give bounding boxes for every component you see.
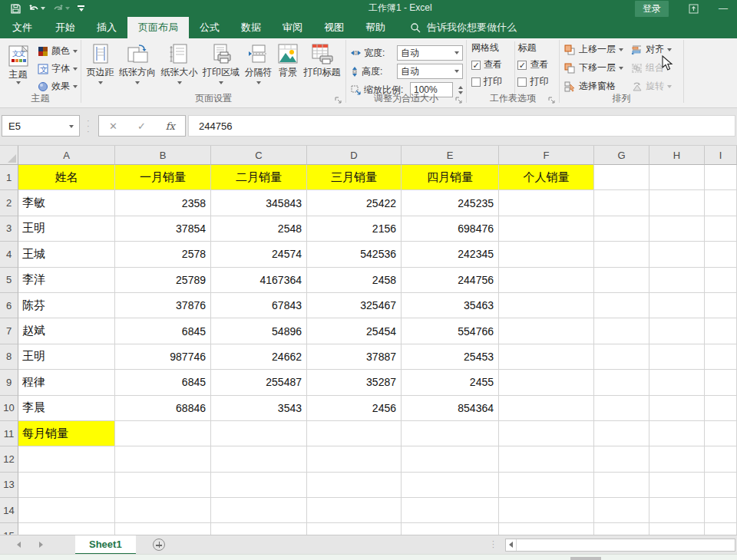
cell-I13[interactable] [705, 473, 737, 498]
gridlines-print-checkbox[interactable]: 打印 [471, 75, 511, 88]
tab-help[interactable]: 帮助 [355, 17, 396, 38]
cell-F8[interactable] [499, 344, 594, 370]
cell-E11[interactable] [402, 421, 499, 446]
bring-forward-button[interactable]: 上移一层 [563, 41, 625, 58]
width-dropdown[interactable]: 自动 [397, 45, 463, 61]
cell-F6[interactable] [499, 293, 594, 318]
cell-H13[interactable] [649, 473, 705, 498]
row-header-15[interactable]: 15 [0, 523, 18, 535]
minimize-icon[interactable]: — [719, 3, 728, 14]
cell-F12[interactable] [499, 446, 594, 472]
col-header-H[interactable]: H [649, 146, 705, 165]
next-sheet-icon[interactable] [39, 542, 43, 548]
cell-A1[interactable]: 姓名 [18, 165, 115, 190]
insert-function-icon[interactable]: fx [166, 120, 175, 132]
cell-A7[interactable]: 赵斌 [18, 318, 115, 344]
cell-D13[interactable] [307, 473, 402, 498]
cell-H15[interactable] [649, 523, 705, 535]
col-header-B[interactable]: B [115, 146, 211, 165]
cell-C6[interactable]: 67843 [211, 293, 307, 318]
cell-B13[interactable] [115, 473, 211, 498]
cell-D15[interactable] [307, 523, 402, 535]
cell-H11[interactable] [649, 421, 705, 446]
cell-F13[interactable] [499, 473, 594, 498]
cell-B8[interactable]: 987746 [115, 344, 211, 370]
col-header-D[interactable]: D [307, 146, 402, 165]
tab-data[interactable]: 数据 [230, 17, 272, 38]
cell-D12[interactable] [307, 446, 402, 472]
page-setup-dialog-launcher[interactable] [335, 97, 342, 104]
tab-insert[interactable]: 插入 [86, 17, 127, 38]
cell-I7[interactable] [705, 318, 737, 344]
tab-home[interactable]: 开始 [45, 17, 86, 38]
cell-E12[interactable] [402, 446, 499, 472]
cell-E7[interactable]: 554766 [402, 318, 499, 344]
cell-H9[interactable] [649, 370, 705, 395]
cell-I14[interactable] [705, 498, 737, 523]
row-header-5[interactable]: 5 [0, 268, 18, 293]
cell-B14[interactable] [115, 498, 211, 523]
cell-H7[interactable] [649, 318, 705, 344]
cell-G8[interactable] [594, 344, 649, 370]
cell-E10[interactable]: 854364 [402, 396, 499, 421]
cell-C12[interactable] [211, 446, 307, 472]
cell-B12[interactable] [115, 446, 211, 472]
row-header-10[interactable]: 10 [0, 396, 18, 421]
cell-G9[interactable] [594, 370, 649, 395]
cell-B2[interactable]: 2358 [115, 190, 211, 216]
name-box[interactable]: E5 [2, 115, 80, 137]
cell-A14[interactable] [18, 498, 115, 523]
cell-B1[interactable]: 一月销量 [115, 165, 211, 190]
tab-review[interactable]: 审阅 [272, 17, 313, 38]
tab-page-layout[interactable]: 页面布局 [127, 17, 189, 38]
cell-E9[interactable]: 2455 [402, 370, 499, 395]
row-header-8[interactable]: 8 [0, 344, 18, 370]
height-dropdown[interactable]: 自动 [397, 64, 463, 79]
cell-I2[interactable] [705, 190, 737, 216]
cell-D3[interactable]: 2156 [307, 216, 402, 242]
cell-F1[interactable]: 个人销量 [499, 165, 594, 190]
cell-E6[interactable]: 35463 [402, 293, 499, 318]
cell-E14[interactable] [402, 498, 499, 523]
cancel-icon[interactable]: ✕ [109, 120, 117, 132]
cell-B11[interactable] [115, 421, 211, 446]
cell-E15[interactable] [402, 523, 499, 535]
cell-B7[interactable]: 6845 [115, 318, 211, 344]
cell-D2[interactable]: 25422 [307, 190, 402, 216]
row-header-13[interactable]: 13 [0, 473, 18, 498]
save-icon[interactable] [11, 4, 21, 14]
customize-qat-button[interactable] [78, 5, 84, 12]
cell-F9[interactable] [499, 370, 594, 395]
cell-I5[interactable] [705, 268, 737, 293]
cell-D5[interactable]: 2458 [307, 268, 402, 293]
row-header-6[interactable]: 6 [0, 293, 18, 318]
cell-C13[interactable] [211, 473, 307, 498]
share-icon[interactable] [689, 4, 699, 14]
undo-button[interactable] [28, 4, 45, 13]
cell-I3[interactable] [705, 216, 737, 242]
formula-bar-handle[interactable]: ··· [87, 118, 90, 134]
cell-D4[interactable]: 542536 [307, 242, 402, 267]
cell-G13[interactable] [594, 473, 649, 498]
cell-C14[interactable] [211, 498, 307, 523]
formula-input[interactable]: 244756 [188, 115, 735, 137]
cell-H8[interactable] [649, 344, 705, 370]
cell-C7[interactable]: 54896 [211, 318, 307, 344]
col-header-C[interactable]: C [211, 146, 307, 165]
cell-A5[interactable]: 李洋 [18, 268, 115, 293]
cell-H14[interactable] [649, 498, 705, 523]
cell-G2[interactable] [594, 190, 649, 216]
col-header-A[interactable]: A [18, 146, 115, 165]
cell-G4[interactable] [594, 242, 649, 267]
cell-F4[interactable] [499, 242, 594, 267]
sheet-options-dialog-launcher[interactable] [548, 97, 556, 104]
cell-E1[interactable]: 四月销量 [402, 165, 499, 190]
cell-D8[interactable]: 37887 [307, 344, 402, 370]
cell-F5[interactable] [499, 268, 594, 293]
cell-H6[interactable] [649, 293, 705, 318]
col-header-G[interactable]: G [594, 146, 649, 165]
col-header-E[interactable]: E [402, 146, 499, 165]
cell-B5[interactable]: 25789 [115, 268, 211, 293]
cell-A3[interactable]: 王明 [18, 216, 115, 242]
select-all-corner[interactable] [0, 146, 18, 165]
